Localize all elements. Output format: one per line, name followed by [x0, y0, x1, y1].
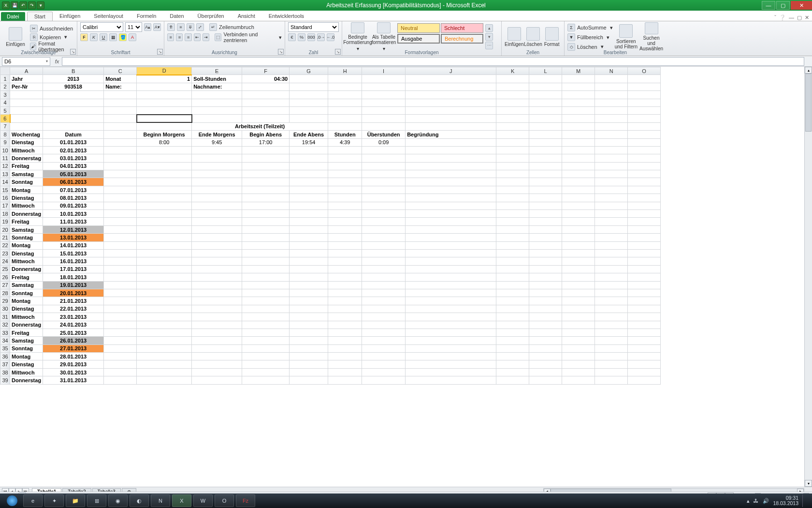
cell[interactable]: [104, 154, 137, 162]
autosum-button[interactable]: ΣAutoSumme ▾: [567, 23, 613, 32]
cell[interactable]: [104, 265, 137, 273]
cell[interactable]: [290, 241, 328, 249]
cell[interactable]: [328, 91, 362, 99]
cell[interactable]: [362, 115, 406, 122]
cell[interactable]: [562, 368, 595, 376]
cell[interactable]: [192, 218, 242, 225]
cell[interactable]: [137, 99, 192, 106]
cell[interactable]: [362, 202, 406, 209]
cell[interactable]: [362, 162, 406, 170]
cell[interactable]: [496, 115, 529, 122]
cell[interactable]: [595, 106, 628, 114]
taskbar-app3[interactable]: ◐: [130, 494, 149, 507]
taskbar-excel[interactable]: X: [172, 494, 191, 507]
cell[interactable]: [137, 249, 192, 257]
cell[interactable]: [496, 131, 529, 138]
cell[interactable]: Samstag: [10, 170, 43, 178]
cell[interactable]: [362, 353, 406, 360]
cell[interactable]: [290, 353, 328, 360]
cell[interactable]: [529, 91, 562, 99]
cell[interactable]: [406, 257, 496, 265]
save-icon[interactable]: 💾: [11, 1, 18, 9]
row-header[interactable]: 3: [0, 91, 10, 99]
cell[interactable]: [192, 289, 242, 297]
cell[interactable]: [192, 186, 242, 194]
row-header[interactable]: 38: [0, 368, 10, 376]
cell[interactable]: [242, 162, 290, 170]
cell[interactable]: [595, 178, 628, 186]
cell[interactable]: [328, 344, 362, 352]
cell[interactable]: [290, 202, 328, 209]
cell[interactable]: [562, 75, 595, 83]
taskbar-app2[interactable]: ⊞: [87, 494, 106, 507]
cell[interactable]: [529, 241, 562, 249]
cell[interactable]: Donnerstag: [10, 154, 43, 162]
delete-cells-button[interactable]: Löschen: [523, 22, 542, 51]
cell[interactable]: [406, 344, 496, 352]
cell[interactable]: [192, 321, 242, 329]
cell[interactable]: [406, 162, 496, 170]
cell[interactable]: Samstag: [10, 281, 43, 289]
cell[interactable]: Dienstag: [10, 194, 43, 202]
cell[interactable]: [406, 122, 496, 130]
align-left-icon[interactable]: ≡: [167, 33, 174, 41]
dec-decimal-icon[interactable]: ←.0: [327, 33, 334, 41]
styles-down-icon[interactable]: ▾: [485, 33, 493, 41]
cell[interactable]: [595, 360, 628, 368]
row-header[interactable]: 10: [0, 146, 10, 154]
cell[interactable]: [192, 241, 242, 249]
cell[interactable]: [496, 313, 529, 321]
cell[interactable]: [137, 202, 192, 209]
cell[interactable]: [529, 202, 562, 209]
cell[interactable]: Montag: [10, 353, 43, 360]
cell[interactable]: [104, 273, 137, 281]
cell[interactable]: [562, 186, 595, 194]
cell[interactable]: Donnerstag: [10, 210, 43, 218]
cell[interactable]: [10, 115, 43, 122]
cell[interactable]: [595, 186, 628, 194]
cell[interactable]: [562, 313, 595, 321]
cell[interactable]: [290, 75, 328, 83]
cell[interactable]: [328, 106, 362, 114]
cell[interactable]: [595, 376, 628, 384]
cell[interactable]: Freitag: [10, 273, 43, 281]
cell[interactable]: [628, 234, 661, 241]
cell[interactable]: [192, 273, 242, 281]
cell[interactable]: [595, 75, 628, 83]
ribbon-tab-seitenlayout[interactable]: Seitenlayout: [87, 12, 130, 21]
cell[interactable]: 23.01.2013: [43, 313, 104, 321]
cell[interactable]: [192, 313, 242, 321]
cell[interactable]: [628, 99, 661, 106]
start-button[interactable]: [3, 494, 21, 507]
cell[interactable]: [406, 337, 496, 344]
underline-button[interactable]: U: [100, 33, 107, 41]
cell[interactable]: 21.01.2013: [43, 297, 104, 305]
cell[interactable]: [529, 162, 562, 170]
cell[interactable]: [562, 154, 595, 162]
cell[interactable]: [628, 115, 661, 122]
cell[interactable]: [562, 194, 595, 202]
cell[interactable]: [192, 368, 242, 376]
align-top-icon[interactable]: ⤊: [167, 23, 175, 31]
cell[interactable]: [496, 360, 529, 368]
cell[interactable]: [406, 170, 496, 178]
cell[interactable]: 02.01.2013: [43, 146, 104, 154]
cell[interactable]: 17.01.2013: [43, 265, 104, 273]
cell[interactable]: [328, 368, 362, 376]
cell[interactable]: [562, 106, 595, 114]
ribbon-tab-start[interactable]: Start: [27, 12, 53, 21]
cell[interactable]: [628, 297, 661, 305]
cell[interactable]: [406, 265, 496, 273]
cell[interactable]: [595, 368, 628, 376]
align-center-icon[interactable]: ≡: [176, 33, 183, 41]
cell[interactable]: [496, 106, 529, 114]
cell[interactable]: [496, 257, 529, 265]
insert-cells-button[interactable]: Einfügen: [505, 22, 523, 51]
cell[interactable]: [242, 265, 290, 273]
cell[interactable]: [137, 83, 192, 90]
cell[interactable]: [628, 202, 661, 209]
cell[interactable]: [242, 281, 290, 289]
cell[interactable]: [290, 337, 328, 344]
cell[interactable]: [529, 138, 562, 146]
cell[interactable]: [290, 305, 328, 313]
